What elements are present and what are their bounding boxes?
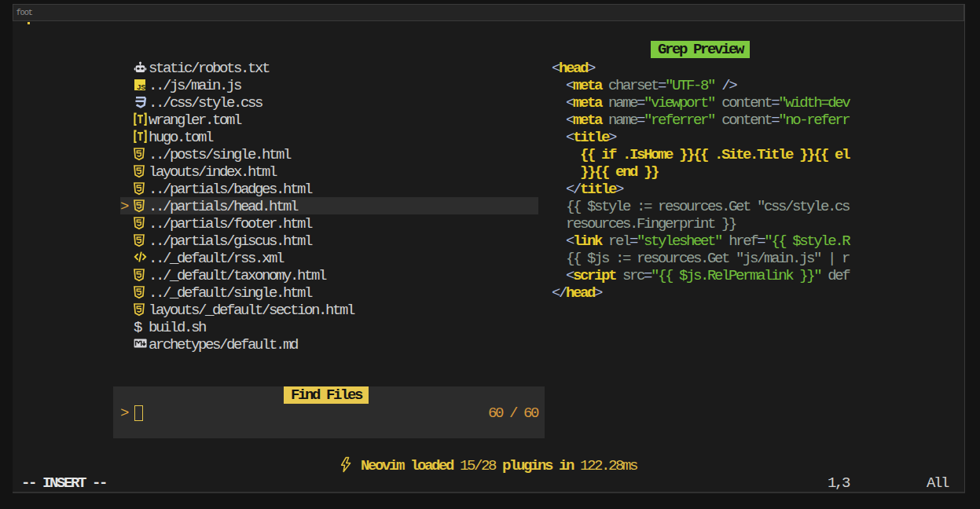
svg-text:JS: JS [137,83,145,90]
